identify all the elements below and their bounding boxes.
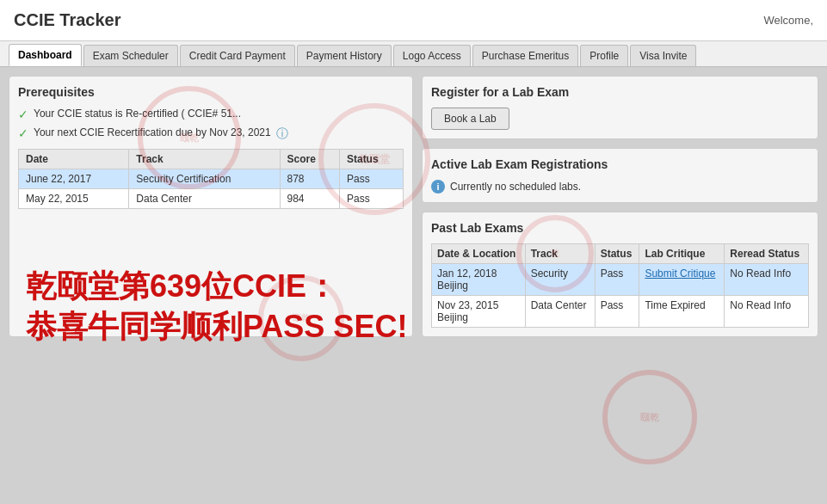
tab-visa-invite[interactable]: Visa Invite — [630, 45, 696, 66]
main-content: Prerequisites ✓ Your CCIE status is Re-c… — [0, 67, 827, 346]
nav-tabs: Dashboard Exam Scheduler Credit Card Pay… — [0, 41, 827, 67]
past-lab-status-2: Pass — [595, 296, 639, 328]
col-status: Status — [339, 150, 403, 169]
no-labs-text: Currently no scheduled labs. — [450, 181, 581, 193]
prereq-text-2: Your next CCIE Recertification due by No… — [34, 126, 271, 138]
past-lab-reread-1: No Read Info — [725, 264, 809, 296]
past-lab-date-2: Nov 23, 2015Beijing — [432, 296, 526, 328]
past-col-date-location: Date & Location — [432, 244, 526, 264]
tab-logo-access[interactable]: Logo Access — [393, 45, 471, 66]
col-track: Track — [129, 150, 280, 169]
past-col-track: Track — [525, 244, 595, 264]
register-lab-title: Register for a Lab Exam — [431, 85, 809, 99]
exam-status-1: Pass — [339, 169, 403, 189]
tab-credit-card-payment[interactable]: Credit Card Payment — [180, 45, 295, 66]
past-lab-panel: Past Lab Exams Date & Location Track Sta… — [422, 212, 818, 337]
past-col-lab-critique: Lab Critique — [639, 244, 725, 264]
exam-row-1: June 22, 2017 Security Certification 878… — [19, 169, 404, 189]
right-panel: Register for a Lab Exam Book a Lab Activ… — [422, 76, 818, 337]
exam-date-2: May 22, 2015 — [19, 189, 129, 209]
welcome-text: Welcome, — [763, 14, 813, 27]
past-lab-row-2: Nov 23, 2015Beijing Data Center Pass Tim… — [432, 296, 809, 328]
past-lab-table: Date & Location Track Status Lab Critiqu… — [431, 243, 809, 328]
no-labs-message: i Currently no scheduled labs. — [431, 180, 809, 194]
exam-track-2: Data Center — [129, 189, 280, 209]
info-circle-icon: i — [431, 180, 445, 194]
col-date: Date — [19, 150, 129, 169]
past-lab-date-1: Jan 12, 2018Beijing — [432, 264, 526, 296]
past-lab-track-1: Security — [525, 264, 595, 296]
exam-date-1: June 22, 2017 — [19, 169, 129, 189]
exam-track-1: Security Certification — [129, 169, 280, 189]
past-lab-critique-2: Time Expired — [639, 296, 725, 328]
active-lab-title: Active Lab Exam Registrations — [431, 157, 809, 171]
tab-purchase-emeritus[interactable]: Purchase Emeritus — [472, 45, 578, 66]
tab-exam-scheduler[interactable]: Exam Scheduler — [83, 45, 178, 66]
passed-exams-table: Date Track Score Status June 22, 2017 Se… — [18, 149, 404, 209]
active-lab-panel: Active Lab Exam Registrations i Currentl… — [422, 148, 818, 203]
col-score: Score — [280, 150, 339, 169]
exam-status-2: Pass — [339, 189, 403, 209]
check-icon-1: ✓ — [18, 108, 28, 121]
stamp-4: 颐乾 — [602, 370, 697, 464]
book-lab-button[interactable]: Book a Lab — [431, 108, 509, 130]
past-col-status: Status — [595, 244, 639, 264]
register-lab-panel: Register for a Lab Exam Book a Lab — [422, 76, 818, 139]
past-lab-status-1: Pass — [595, 264, 639, 296]
past-lab-title: Past Lab Exams — [431, 221, 809, 235]
check-icon-2: ✓ — [18, 126, 28, 140]
app-header: CCIE Tracker Welcome, — [0, 0, 827, 41]
past-lab-track-2: Data Center — [525, 296, 595, 328]
tab-dashboard[interactable]: Dashboard — [9, 44, 82, 66]
tab-payment-history[interactable]: Payment History — [297, 45, 392, 66]
prerequisites-title: Prerequisites — [18, 85, 404, 99]
app-title: CCIE Tracker — [14, 10, 121, 30]
left-panel: Prerequisites ✓ Your CCIE status is Re-c… — [9, 76, 413, 337]
past-lab-reread-2: No Read Info — [725, 296, 809, 328]
info-icon[interactable]: ⓘ — [276, 126, 288, 142]
exam-score-2: 984 — [280, 189, 339, 209]
prereq-item-1: ✓ Your CCIE status is Re-certified ( CCI… — [18, 108, 404, 121]
past-col-reread-status: Reread Status — [725, 244, 809, 264]
past-lab-critique-1[interactable]: Submit Critique — [639, 264, 725, 296]
exam-row-2: May 22, 2015 Data Center 984 Pass — [19, 189, 404, 209]
past-lab-row-1: Jan 12, 2018Beijing Security Pass Submit… — [432, 264, 809, 296]
exam-score-1: 878 — [280, 169, 339, 189]
prereq-item-2: ✓ Your next CCIE Recertification due by … — [18, 126, 404, 142]
prereq-text-1: Your CCIE status is Re-certified ( CCIE#… — [34, 108, 241, 120]
tab-profile[interactable]: Profile — [580, 45, 628, 66]
